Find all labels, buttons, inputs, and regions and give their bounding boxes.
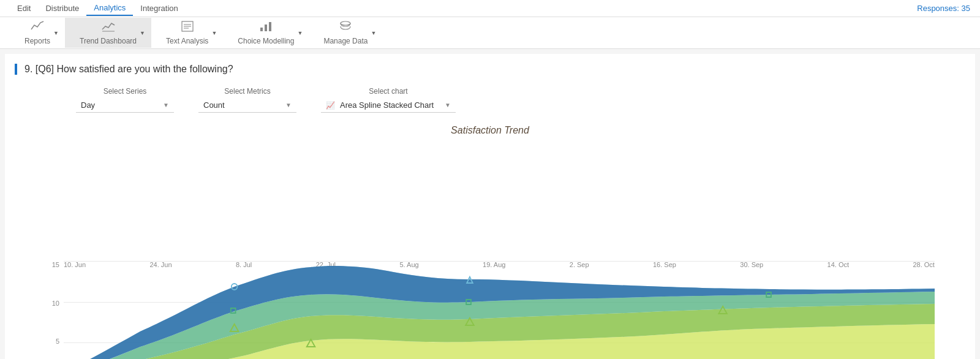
area-chart-svg [64, 261, 935, 359]
metrics-arrow-icon: ▼ [285, 102, 292, 108]
series-label: Select Series [76, 87, 174, 96]
series-select[interactable]: Day ▼ [76, 98, 174, 113]
trend-arrow: ▼ [140, 30, 145, 36]
manage-arrow: ▼ [371, 30, 377, 36]
nav-edit[interactable]: Edit [10, 1, 38, 15]
controls-row: Select Series Day ▼ Select Metrics Count… [15, 87, 965, 113]
sub-navigation: Reports ▼ Trend Dashboard ▼ Text Analysi… [0, 17, 980, 49]
responses-badge: Responses: 35 [917, 4, 970, 13]
series-value: Day [81, 100, 95, 110]
chart-wrapper: 15 10 5 0 [64, 261, 935, 359]
subnav-text[interactable]: Text Analysis ▼ [151, 18, 223, 48]
top-navigation: Edit Distribute Analytics Integration Re… [0, 0, 980, 17]
subnav-trend[interactable]: Trend Dashboard ▼ [65, 18, 151, 48]
subnav-reports-label: Reports [24, 37, 50, 45]
reports-icon [31, 20, 44, 36]
chart-title: Satisfaction Trend [39, 125, 941, 136]
manage-icon [339, 20, 352, 36]
subnav-manage-label: Manage Data [323, 37, 368, 45]
trend-icon [102, 20, 115, 36]
y-5: 5 [42, 338, 59, 345]
question-title: 9. [Q6] How satisfied are you with the f… [15, 64, 965, 75]
reports-arrow: ▼ [53, 30, 59, 36]
series-control: Select Series Day ▼ [76, 87, 174, 113]
subnav-reports[interactable]: Reports ▼ [10, 18, 65, 48]
chart-type-value: Area Spline Stacked Chart [340, 100, 434, 110]
chart-type-label: Select chart [321, 87, 456, 96]
chart-type-icon: 📈 [326, 101, 335, 110]
choice-arrow: ▼ [298, 30, 303, 36]
svg-rect-7 [269, 22, 271, 31]
metrics-label: Select Metrics [198, 87, 296, 96]
nav-integration[interactable]: Integration [133, 1, 185, 15]
y-axis: 15 10 5 0 [42, 261, 59, 359]
svg-rect-5 [260, 28, 263, 31]
subnav-text-label: Text Analysis [166, 37, 208, 45]
chart-type-arrow-icon: ▼ [445, 102, 451, 108]
metrics-value: Count [203, 100, 225, 110]
main-content: 9. [Q6] How satisfied are you with the f… [5, 54, 975, 359]
subnav-choice[interactable]: Choice Modelling ▼ [223, 18, 309, 48]
nav-analytics[interactable]: Analytics [86, 1, 133, 16]
y-10: 10 [42, 300, 59, 307]
metrics-control: Select Metrics Count ▼ [198, 87, 296, 113]
chart-type-select[interactable]: 📈 Area Spline Stacked Chart ▼ [321, 98, 456, 113]
text-icon [181, 20, 194, 36]
svg-point-8 [341, 21, 350, 25]
text-arrow: ▼ [211, 30, 217, 36]
y-15: 15 [42, 261, 59, 268]
choice-icon [259, 20, 273, 36]
chart-type-control: Select chart 📈 Area Spline Stacked Chart… [321, 87, 456, 113]
subnav-trend-label: Trend Dashboard [80, 37, 137, 45]
svg-rect-6 [265, 25, 267, 31]
series-arrow-icon: ▼ [163, 102, 169, 108]
nav-distribute[interactable]: Distribute [38, 1, 86, 15]
subnav-choice-label: Choice Modelling [238, 37, 294, 45]
subnav-manage[interactable]: Manage Data ▼ [309, 18, 382, 48]
metrics-select[interactable]: Count ▼ [198, 98, 296, 113]
chart-area: Satisfaction Trend 15 10 5 0 [15, 125, 965, 359]
